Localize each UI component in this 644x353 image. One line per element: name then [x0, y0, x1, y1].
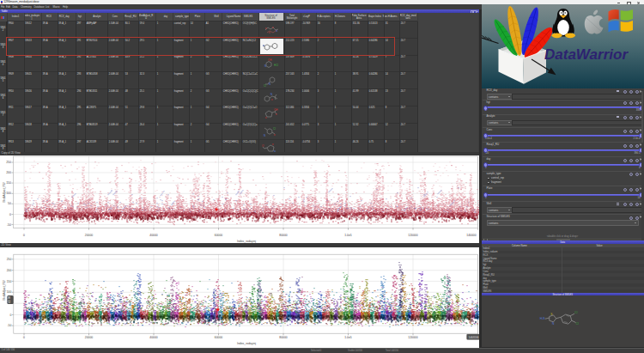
svg-text:20000: 20000: [85, 336, 94, 339]
svg-text:40000: 40000: [149, 234, 158, 237]
svg-text:40000: 40000: [149, 336, 158, 339]
svg-text:0: 0: [10, 313, 12, 316]
svg-text:200: 200: [6, 171, 11, 174]
svg-text:100: 100: [7, 290, 12, 294]
svg-text:Cl: Cl: [576, 322, 579, 326]
svg-text:120000: 120000: [408, 234, 417, 237]
svg-text:49.70: 49.70: [8, 296, 11, 303]
svg-text:MedAdjust_RU: MedAdjust_RU: [3, 280, 6, 300]
svg-text:DataWarrior: DataWarrior: [544, 46, 629, 63]
svg-text:MedAdjust_RU: MedAdjust_RU: [3, 182, 6, 202]
svg-text:140556: 140556: [469, 336, 479, 339]
svg-text:Cl: Cl: [574, 311, 577, 314]
svg-text:120000: 120000: [408, 336, 417, 339]
svg-text:HCl: HCl: [274, 64, 278, 67]
svg-text:60000: 60000: [215, 336, 223, 339]
svg-text:Cl: Cl: [273, 127, 276, 131]
svg-text:H₂N: H₂N: [540, 317, 546, 320]
svg-text:Cl: Cl: [264, 84, 266, 88]
svg-text:-50: -50: [7, 324, 11, 327]
svg-text:0: 0: [23, 234, 25, 237]
svg-text:N: N: [269, 82, 270, 86]
svg-text:N: N: [264, 134, 265, 137]
svg-text:N: N: [264, 64, 266, 68]
svg-text:140000: 140000: [466, 234, 476, 237]
svg-text:50: 50: [8, 203, 11, 206]
svg-text:O: O: [262, 144, 264, 148]
svg-text:0: 0: [9, 213, 11, 216]
svg-text:OH: OH: [268, 58, 272, 61]
svg-text:Index_rodayinj: Index_rodayinj: [237, 341, 256, 344]
svg-text:OH: OH: [274, 108, 278, 112]
svg-text:250: 250: [6, 161, 11, 164]
svg-text:N: N: [274, 150, 276, 154]
svg-text:1.0e5: 1.0e5: [344, 234, 352, 237]
svg-text:-50: -50: [7, 223, 11, 227]
svg-text:N: N: [270, 93, 272, 96]
svg-text:N: N: [552, 322, 555, 326]
svg-text:Index_rodayinj: Index_rodayinj: [237, 240, 256, 243]
svg-text:200: 200: [7, 269, 12, 272]
svg-text:80000: 80000: [279, 234, 288, 237]
svg-text:100: 100: [6, 192, 11, 196]
svg-text:250: 250: [7, 258, 12, 261]
svg-text:20000: 20000: [85, 234, 94, 237]
svg-text:60000: 60000: [215, 234, 223, 237]
svg-text:80000: 80000: [279, 336, 288, 339]
svg-text:1.0e5: 1.0e5: [344, 336, 352, 339]
svg-text:150: 150: [6, 181, 11, 185]
svg-text:0: 0: [23, 336, 25, 339]
svg-text:150: 150: [7, 279, 12, 283]
